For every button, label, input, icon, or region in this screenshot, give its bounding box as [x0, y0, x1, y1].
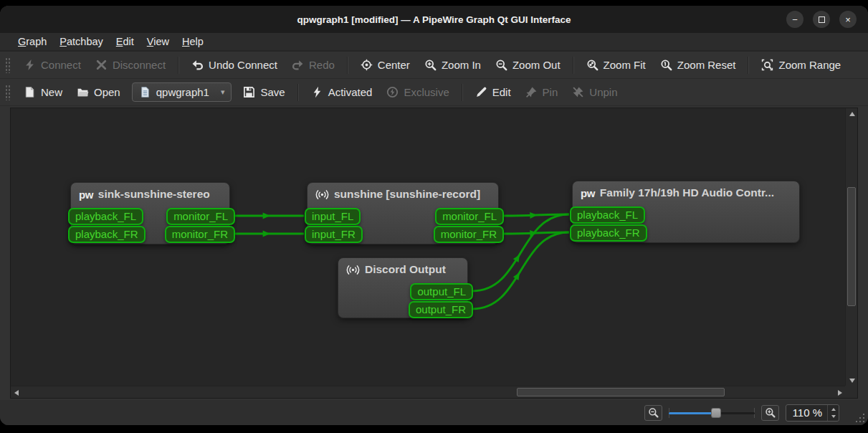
zoom-fit-button[interactable]: Zoom Fit [579, 55, 653, 75]
zoom-range-button[interactable]: Zoom Range [754, 55, 848, 75]
port-input-fr[interactable]: input_FR [305, 226, 363, 243]
triangle-down-icon [831, 415, 836, 420]
close-button[interactable]: × [839, 11, 857, 28]
toolbar-button-label: Zoom Out [512, 59, 561, 71]
toolbar-drag-handle[interactable] [5, 57, 11, 73]
menu-view[interactable]: View [140, 34, 176, 49]
scroll-left-button[interactable] [11, 387, 22, 398]
center-button[interactable]: Center [353, 55, 417, 75]
node-title: sink-sunshine-stereo [98, 188, 210, 201]
redo-icon [292, 59, 304, 71]
node-header: Discord Output [338, 258, 467, 281]
scroll-up-button[interactable] [846, 108, 857, 119]
zoom-in-button[interactable]: Zoom In [417, 55, 488, 75]
port-output-fr[interactable]: output_FR [409, 301, 473, 318]
toolbar-button-label: Activated [328, 86, 373, 98]
menu-edit[interactable]: Edit [110, 34, 140, 49]
triangle-left-icon [11, 390, 19, 396]
port-monitor-fl[interactable]: monitor_FL [166, 208, 235, 225]
open-button[interactable]: Open [70, 82, 128, 102]
app-window: qpwgraph1 [modified] — A PipeWire Graph … [0, 6, 868, 425]
zoom-range-icon [761, 59, 773, 71]
zoom-fit-icon [586, 59, 598, 71]
toolbar-separator [347, 57, 348, 74]
zoom-spinbox[interactable]: 110 % [786, 404, 839, 422]
toolbar-button-label: Edit [492, 86, 511, 98]
connection-arrow-icon [530, 211, 537, 218]
port-playback-fl[interactable]: playback_FL [570, 206, 645, 224]
spin-up-button[interactable] [828, 405, 839, 413]
menu-help[interactable]: Help [176, 34, 210, 49]
new-button[interactable]: New [16, 82, 70, 102]
unpin-button: Unpin [565, 82, 624, 102]
new-icon [24, 86, 36, 98]
zoom-out-button[interactable] [644, 405, 662, 421]
undo-connect-button[interactable]: Undo Connect [184, 55, 285, 75]
scrollbar-corner [845, 386, 857, 398]
titlebar[interactable]: qpwgraph1 [modified] — A PipeWire Graph … [0, 6, 868, 33]
minimize-icon: − [792, 14, 798, 25]
connection[interactable] [503, 214, 569, 216]
port-playback-fl[interactable]: playback_FL [68, 208, 143, 225]
stream-icon [315, 189, 329, 200]
canvas-area: pwsink-sunshine-stereoplayback_FLplaybac… [0, 106, 868, 400]
connection-arrow-icon [263, 231, 270, 237]
vertical-scrollbar[interactable] [845, 108, 857, 386]
maximize-icon [819, 16, 825, 23]
vertical-scrollbar-thumb[interactable] [847, 187, 856, 306]
node-header: sunshine [sunshine-record] [307, 183, 498, 206]
statusbar: 110 % [0, 400, 868, 425]
node-title: sunshine [sunshine-record] [334, 188, 480, 201]
patchbay-file-icon [139, 86, 151, 98]
menu-graph[interactable]: Graph [11, 34, 53, 49]
pipewire-icon: pw [79, 189, 93, 201]
minimize-button[interactable]: − [786, 11, 803, 28]
node-header: pwFamily 17h/19h HD Audio Contr... [573, 181, 799, 204]
port-monitor-fr[interactable]: monitor_FR [165, 226, 235, 243]
port-output-fl[interactable]: output_FL [410, 283, 473, 300]
maximize-button[interactable] [813, 11, 830, 28]
zoom-value: 110 % [786, 405, 827, 421]
activated-button[interactable]: Activated [304, 82, 380, 102]
scroll-right-button[interactable] [834, 387, 845, 398]
connection-arrow-icon [513, 271, 523, 280]
port-monitor-fr[interactable]: monitor_FR [434, 226, 504, 243]
toolbar-button-label: Zoom In [442, 59, 481, 71]
connect-icon [24, 59, 36, 71]
edit-button[interactable]: Edit [468, 82, 518, 102]
zoom-reset-button[interactable]: Zoom Reset [653, 55, 743, 75]
toolbar-drag-handle[interactable] [5, 85, 11, 100]
dropdown-qpwgraph1-button[interactable]: qpwgraph1▾ [132, 82, 232, 102]
node-family[interactable]: pwFamily 17h/19h HD Audio Contr...playba… [572, 181, 800, 243]
zoom-out-button[interactable]: Zoom Out [488, 55, 568, 75]
horizontal-scrollbar[interactable] [11, 386, 845, 398]
exclusive-icon [386, 86, 399, 98]
node-sink[interactable]: pwsink-sunshine-stereoplayback_FLplaybac… [70, 182, 230, 244]
zoom-in-button[interactable] [761, 405, 779, 421]
stream-icon [346, 265, 360, 275]
scroll-down-button[interactable] [846, 375, 857, 386]
node-title: Family 17h/19h HD Audio Contr... [600, 186, 774, 199]
save-button[interactable]: Save [236, 82, 292, 102]
horizontal-scrollbar-thumb[interactable] [517, 388, 725, 396]
menu-patchbay[interactable]: Patchbay [53, 34, 109, 49]
port-input-fl[interactable]: input_FL [305, 208, 361, 225]
port-playback-fr[interactable]: playback_FR [570, 224, 647, 242]
node-sunshine[interactable]: sunshine [sunshine-record]input_FLinput_… [307, 182, 499, 244]
resize-grip[interactable] [854, 412, 864, 422]
edit-icon [475, 86, 487, 98]
spin-down-button[interactable] [828, 413, 839, 421]
graph-canvas[interactable]: pwsink-sunshine-stereoplayback_FLplaybac… [10, 108, 858, 399]
toolbar-button-label: Disconnect [113, 59, 166, 71]
toolbar-button-label: Center [378, 59, 410, 71]
zoom-slider-fill [669, 412, 716, 414]
port-playback-fr[interactable]: playback_FR [68, 226, 146, 243]
connection[interactable] [503, 232, 569, 234]
toolbar-separator [462, 84, 463, 101]
disconnect-button: Disconnect [88, 55, 173, 75]
zoom-slider-handle[interactable] [711, 408, 721, 418]
node-discord[interactable]: Discord Outputoutput_FLoutput_FR [338, 257, 468, 318]
toolbar-button-label: Redo [309, 59, 335, 71]
port-monitor-fl[interactable]: monitor_FL [435, 208, 504, 225]
zoom-slider[interactable] [669, 406, 755, 420]
